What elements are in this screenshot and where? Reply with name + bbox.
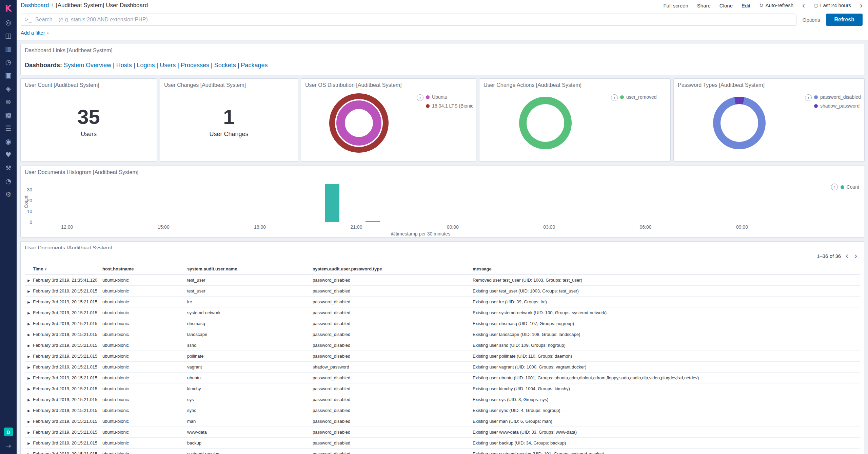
expand-row-icon[interactable]: ▶: [27, 398, 30, 402]
legend-toggle-icon[interactable]: ‹: [805, 94, 812, 101]
expand-row-icon[interactable]: ▶: [27, 300, 30, 304]
password-types-donut-chart[interactable]: [713, 97, 766, 149]
table-row: ▶February 3rd 2019, 20:15:21.015ubuntu-b…: [25, 449, 860, 454]
legend-item-user-removed[interactable]: user_removed: [620, 94, 657, 100]
dashboard-link-system-overview[interactable]: System Overview: [64, 62, 111, 69]
dashboard-link-processes[interactable]: Processes: [181, 62, 209, 69]
cell-time: February 3rd 2019, 20:15:21.015: [33, 318, 102, 329]
x-axis-tick: 06:00: [640, 224, 652, 230]
infrastructure-icon[interactable]: ▩: [5, 112, 12, 118]
timelion-icon[interactable]: ◷: [5, 59, 11, 65]
space-badge[interactable]: D: [4, 428, 13, 436]
column-header-host-hostname[interactable]: host.hostname: [102, 263, 187, 275]
uptime-icon[interactable]: ♥: [5, 151, 12, 158]
canvas-icon[interactable]: ▣: [5, 72, 12, 79]
legend-toggle-icon[interactable]: ‹: [831, 184, 838, 190]
add-filter-link[interactable]: Add a filter +: [21, 30, 50, 36]
legend-toggle-icon[interactable]: ‹: [611, 94, 618, 101]
cell-password-type: password_disabled: [313, 449, 473, 454]
breadcrumb: Dashboard / [Auditbeat System] User Dash…: [21, 2, 148, 9]
x-axis-tick: 21:00: [350, 224, 362, 230]
expand-row-icon[interactable]: ▶: [27, 311, 30, 315]
dashboards-label: Dashboards:: [25, 62, 62, 69]
histogram-bar[interactable]: [325, 184, 339, 222]
expand-row-icon[interactable]: ▶: [27, 376, 30, 380]
expand-row-icon[interactable]: ▶: [27, 365, 30, 369]
column-header-system-audit-user-name[interactable]: system.audit.user.name: [187, 263, 313, 275]
column-header-message[interactable]: message: [473, 263, 860, 275]
dashboard-icon[interactable]: ▦: [5, 45, 12, 52]
discover-icon[interactable]: ◎: [5, 19, 11, 26]
expand-row-icon[interactable]: ▶: [27, 441, 30, 445]
histogram-bar[interactable]: [366, 221, 380, 222]
os-distribution-donut-chart[interactable]: [329, 93, 389, 153]
query-options-link[interactable]: Options: [803, 17, 820, 23]
monitoring-icon[interactable]: ◔: [5, 178, 11, 185]
next-page-button[interactable]: ›: [853, 252, 859, 260]
time-back-button[interactable]: ‹: [802, 1, 805, 10]
dashboard-link-hosts[interactable]: Hosts: [116, 62, 132, 69]
legend-toggle-icon[interactable]: ‹: [417, 94, 423, 101]
previous-page-button[interactable]: ‹: [844, 252, 850, 260]
expand-row-icon[interactable]: ▶: [27, 322, 30, 326]
column-header-system-audit-user-password-type[interactable]: system.audit.user.password.type: [313, 263, 473, 275]
dev-tools-icon[interactable]: ⚒: [5, 165, 12, 171]
visualize-icon[interactable]: ◫: [5, 32, 12, 39]
dashboard-link-packages[interactable]: Packages: [241, 62, 268, 69]
expand-row-icon[interactable]: ▶: [27, 355, 30, 358]
collapse-nav-icon[interactable]: →: [5, 442, 11, 450]
y-axis-tick: 10: [27, 209, 32, 214]
expand-row-icon[interactable]: ▶: [27, 387, 30, 391]
kibana-logo[interactable]: K: [5, 3, 12, 14]
expand-cell: ▶: [25, 427, 33, 438]
table-row: ▶February 3rd 2019, 20:15:21.015ubuntu-b…: [25, 416, 860, 427]
expand-row-icon[interactable]: ▶: [27, 431, 30, 434]
logs-icon[interactable]: ☰: [5, 125, 12, 132]
cell-host: ubuntu-bionic: [102, 275, 187, 286]
column-header-time[interactable]: Time▾: [33, 263, 102, 275]
refresh-button[interactable]: Refresh: [826, 14, 863, 26]
legend-item-password-disabled[interactable]: password_disabled: [814, 94, 861, 100]
expand-row-icon[interactable]: ▶: [27, 279, 30, 282]
cell-host: ubuntu-bionic: [102, 416, 187, 427]
apm-icon[interactable]: ◉: [5, 138, 11, 145]
cell-time: February 3rd 2019, 20:15:21.015: [33, 286, 102, 297]
breadcrumb-dashboard-link[interactable]: Dashboard: [21, 2, 49, 9]
expand-row-icon[interactable]: ▶: [27, 409, 30, 413]
full-screen-button[interactable]: Full screen: [663, 3, 688, 8]
dashboard-grid: Dashboard Links [Auditbeat System] Dashb…: [17, 40, 868, 454]
maps-icon[interactable]: ◈: [6, 85, 11, 92]
change-actions-donut-chart[interactable]: [519, 97, 572, 149]
expand-row-icon[interactable]: ▶: [27, 344, 30, 347]
expand-cell: ▶: [25, 416, 33, 427]
time-forward-button[interactable]: ›: [860, 1, 863, 10]
dashboard-link-users[interactable]: Users: [160, 62, 176, 69]
expand-row-icon[interactable]: ▶: [27, 289, 30, 293]
expand-cell: ▶: [25, 329, 33, 340]
table-row: ▶February 3rd 2019, 20:15:21.015ubuntu-b…: [25, 351, 860, 362]
auto-refresh-button[interactable]: ↻Auto-refresh: [759, 2, 793, 8]
expand-row-icon[interactable]: ▶: [27, 452, 30, 454]
cell-password-type: password_disabled: [313, 416, 473, 427]
legend-item-18-04-1-lts-bionic-b[interactable]: 18.04.1 LTS (Bionic B...: [426, 103, 473, 109]
user-count-label: Users: [81, 131, 97, 138]
x-axis-tick: 15:00: [158, 224, 170, 230]
panel-user-documents: User Documents [Auditbeat System] 1–36 o…: [20, 241, 864, 454]
legend-item-count[interactable]: Count: [841, 184, 859, 190]
legend-item-ubuntu[interactable]: Ubuntu: [426, 94, 473, 100]
search-input[interactable]: [35, 17, 792, 23]
time-picker-button[interactable]: ◷Last 24 hours: [814, 2, 851, 8]
expand-row-icon[interactable]: ▶: [27, 333, 30, 337]
machine-learning-icon[interactable]: ⊛: [5, 98, 11, 105]
legend-label: Ubuntu: [432, 94, 447, 100]
donut-inner-ring[interactable]: [336, 100, 381, 146]
clone-button[interactable]: Clone: [719, 3, 733, 8]
edit-button[interactable]: Edit: [742, 3, 750, 8]
share-button[interactable]: Share: [697, 3, 711, 8]
legend-item-shadow-password[interactable]: shadow_password: [814, 103, 861, 109]
dashboard-link-sockets[interactable]: Sockets: [214, 62, 236, 69]
management-icon[interactable]: ⚙: [5, 191, 12, 198]
dashboard-link-logins[interactable]: Logins: [137, 62, 155, 69]
expand-row-icon[interactable]: ▶: [27, 420, 30, 423]
sort-descending-icon: ▾: [45, 267, 47, 271]
